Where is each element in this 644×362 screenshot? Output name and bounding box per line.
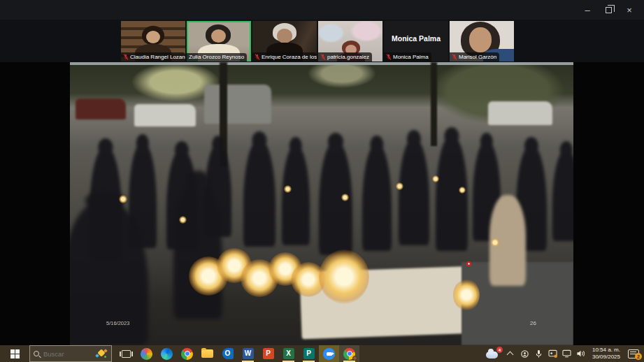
- participant-display-name: Monica Palma: [392, 34, 441, 43]
- participant-video: [211, 29, 226, 43]
- title-bar: – ×: [0, 0, 644, 20]
- participant-name: patricia.gonzalez: [327, 55, 369, 60]
- zoom-meeting-window: – × Claudia Rangel Lozano: [0, 0, 644, 362]
- crowd-silhouette: [243, 140, 276, 247]
- chrome-icon: [181, 348, 193, 360]
- participant-tile-enrique[interactable]: Enrique Coraza de los ...: [252, 21, 317, 61]
- held-candle: [179, 216, 187, 224]
- participant-tile-claudia[interactable]: Claudia Rangel Lozano: [121, 21, 185, 61]
- held-candle: [459, 187, 466, 194]
- participant-name: Zulia Orozco Reynoso: [189, 55, 244, 60]
- chrome-button[interactable]: [177, 345, 197, 362]
- search-highlights-icon[interactable]: [95, 348, 108, 359]
- participant-video: [277, 29, 292, 43]
- zoom-app-button-active[interactable]: [319, 345, 339, 362]
- restore-icon: [606, 7, 612, 13]
- participant-name-label: Marisol Garzón: [450, 52, 499, 61]
- participant-name: Enrique Coraza de los ...: [262, 55, 317, 60]
- crowd-silhouette: [436, 136, 468, 251]
- display-icon: [562, 349, 571, 358]
- restore-button[interactable]: [598, 0, 619, 20]
- folder-icon: [201, 349, 213, 358]
- cloud-icon: [486, 352, 498, 359]
- shared-screen-stage: 5/16/2023 26: [0, 62, 644, 345]
- clock-date: 30/09/2025: [592, 354, 620, 361]
- participant-tile-monica-video-off[interactable]: Monica Palma Monica Palma: [384, 21, 448, 61]
- shared-window-top-edge: [70, 62, 573, 65]
- participant-tile-marisol[interactable]: Marisol Garzón: [450, 21, 514, 61]
- held-candle: [284, 185, 292, 193]
- display-tray-icon[interactable]: [560, 345, 574, 362]
- file-explorer-button[interactable]: [197, 345, 217, 362]
- parked-car: [134, 104, 196, 126]
- large-candle-flame: [319, 249, 369, 304]
- participant-tile-patricia[interactable]: patricia.gonzalez: [318, 21, 382, 61]
- search-input[interactable]: [42, 349, 92, 359]
- hidden-icons-button[interactable]: [503, 345, 518, 362]
- participant-name-label: patricia.gonzalez: [318, 52, 372, 61]
- held-candle: [491, 238, 499, 247]
- participant-tile-zulia-active-speaker[interactable]: Zulia Orozco Reynoso: [187, 21, 251, 61]
- participant-filmstrip: Claudia Rangel Lozano Zulia Orozco Reyno…: [0, 20, 644, 62]
- screen-snip-icon: [548, 349, 558, 358]
- onedrive-badge: 4: [496, 347, 503, 353]
- widgets-icon: [141, 348, 152, 360]
- participant-video: [146, 31, 160, 43]
- clock-time: 10:54 a. m.: [592, 347, 620, 354]
- held-candle: [119, 195, 127, 203]
- windows-taskbar: O W P X P 4: [0, 345, 644, 362]
- outlook-icon: O: [222, 348, 234, 359]
- participant-name-label: Claudia Rangel Lozano: [121, 52, 185, 61]
- system-tray: 4: [482, 345, 644, 362]
- minimize-button[interactable]: –: [577, 0, 598, 20]
- windows-logo-icon: [10, 349, 20, 359]
- people-icon: [520, 349, 529, 359]
- laser-pointer-dot: [466, 261, 471, 266]
- chrome-profile-button[interactable]: [339, 345, 359, 362]
- outlook-button[interactable]: O: [217, 345, 238, 362]
- taskbar-search[interactable]: [29, 345, 112, 362]
- parked-truck: [204, 85, 271, 124]
- muted-mic-icon: [255, 54, 260, 60]
- notification-badge: 2: [635, 353, 642, 360]
- participant-name-label: Monica Palma: [384, 52, 431, 61]
- people-tray-icon[interactable]: [518, 345, 532, 362]
- excel-icon: X: [283, 348, 294, 359]
- participant-tiles: Claudia Rangel Lozano Zulia Orozco Reyno…: [121, 21, 514, 61]
- close-button[interactable]: ×: [619, 0, 640, 20]
- participant-name-label: Enrique Coraza de los ...: [252, 52, 317, 61]
- task-view-button[interactable]: [116, 345, 136, 362]
- tree-trunk: [431, 62, 437, 146]
- volume-tray-icon[interactable]: [574, 345, 588, 362]
- parked-car: [76, 99, 126, 120]
- speaker-icon: [576, 349, 585, 358]
- candle-glow: [453, 279, 480, 311]
- muted-mic-icon: [452, 54, 457, 60]
- onedrive-tray-icon[interactable]: 4: [482, 345, 503, 362]
- microphone-icon: [535, 349, 543, 359]
- powerpoint-icon: P: [263, 348, 274, 359]
- widgets-button[interactable]: [136, 345, 157, 362]
- screen-snip-tray-icon[interactable]: [546, 345, 560, 362]
- word-button[interactable]: W: [238, 345, 258, 362]
- participant-name: Marisol Garzón: [459, 55, 496, 60]
- held-candle: [396, 182, 403, 190]
- muted-mic-icon: [123, 54, 129, 60]
- microphone-tray-icon[interactable]: [532, 345, 546, 362]
- edge-button[interactable]: [157, 345, 177, 362]
- publisher-button[interactable]: P: [299, 345, 319, 362]
- muted-mic-icon: [320, 54, 326, 60]
- window-controls: – ×: [577, 0, 640, 20]
- publisher-icon: P: [303, 348, 315, 359]
- taskbar-clock[interactable]: 10:54 a. m. 30/09/2025: [588, 347, 623, 361]
- excel-button[interactable]: X: [278, 345, 299, 362]
- start-button[interactable]: [0, 345, 29, 362]
- chevron-up-icon: [507, 352, 514, 359]
- slide-number: 26: [530, 320, 536, 326]
- muted-mic-icon: [386, 54, 392, 60]
- notification-center-button[interactable]: 2: [623, 345, 644, 362]
- crowd-silhouette: [362, 145, 392, 251]
- task-view-icon: [122, 350, 131, 358]
- shared-screen-photo: 5/16/2023 26: [70, 62, 573, 345]
- powerpoint-button[interactable]: P: [258, 345, 278, 362]
